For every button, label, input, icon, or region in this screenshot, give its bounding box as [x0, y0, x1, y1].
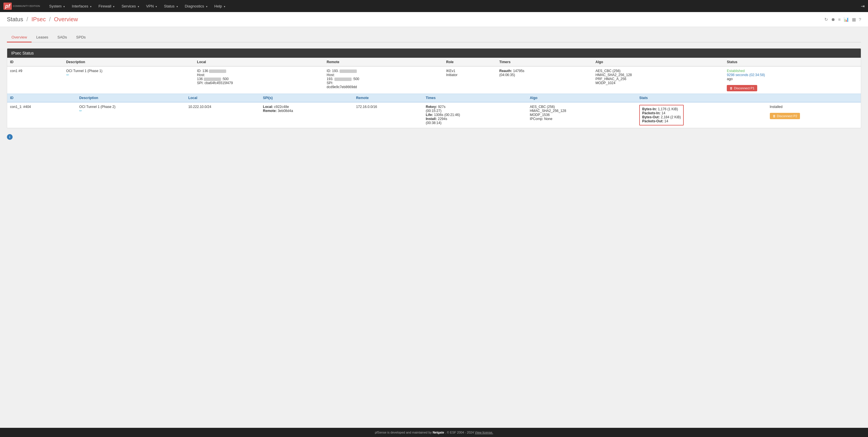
p1-remote-id-masked [340, 69, 357, 73]
nav-item-interfaces[interactable]: Interfaces ▾ [68, 1, 95, 12]
ipsec-status-panel: IPsec Status ID Description Local Remote… [7, 48, 861, 128]
p1-timers: Reauth: 14795s (04:06:35) [496, 66, 592, 94]
tab-sads[interactable]: SADs [53, 33, 71, 42]
p1-local-id-label: ID: 136 [197, 69, 208, 73]
nav-item-vpn[interactable]: VPN ▾ [143, 1, 160, 12]
stats-highlight-box: Bytes-In: 1,176 (1 KiB) Packets-In: 14 B… [639, 105, 684, 125]
p2-install-value: 2294s [438, 117, 447, 121]
p1-remote-port: :500 [352, 77, 359, 81]
refresh-icon[interactable]: ↻ [825, 17, 828, 22]
p2-col-stats: Stats [637, 94, 767, 102]
nav-item-diagnostics[interactable]: Diagnostics ▾ [181, 1, 211, 12]
p2-spi-local-label: Local: [263, 105, 273, 109]
bytes-in: Bytes-In: 1,176 (1 KiB) [642, 107, 681, 111]
filter-icon[interactable]: ≡ [838, 17, 841, 22]
nav-menu: System ▾ Interfaces ▾ Firewall ▾ Service… [45, 1, 229, 12]
p1-col-algo: Algo [593, 58, 724, 67]
p1-col-remote: Remote [324, 58, 443, 67]
disconnect-p1-button[interactable]: 🗑 Disconnect P1 [727, 85, 757, 91]
tab-leases[interactable]: Leases [32, 33, 53, 42]
p1-algo1: AES_CBC (256) [596, 69, 621, 73]
p2-rekey-label: Rekey: [426, 105, 437, 109]
p1-remote-ip-masked [334, 77, 352, 81]
table-icon[interactable]: ▦ [852, 17, 856, 22]
p1-col-desc: Description [63, 58, 194, 67]
navbar: pf COMMUNITY EDITION System ▾ Interfaces… [0, 0, 868, 12]
p1-local: ID: 136 Host: 136 :500 SPI: cba64fc45515… [194, 66, 324, 94]
nav-item-firewall[interactable]: Firewall ▾ [95, 1, 118, 12]
p2-rekey-sub: (00:15:27) [426, 109, 441, 113]
p2-col-algo: Algo [527, 94, 637, 102]
trash-icon: 🗑 [730, 87, 733, 90]
p1-algo3: PRF_HMAC_A_256 [596, 77, 626, 81]
p1-local-spi-label: SPI: [197, 81, 204, 85]
help-icon[interactable]: ? [859, 17, 861, 22]
p1-local-port: :500 [222, 77, 228, 81]
p1-col-local: Local [194, 58, 324, 67]
p1-algo: AES_CBC (256) HMAC_SHA2_256_128 PRF_HMAC… [593, 66, 724, 94]
disconnect-p2-button[interactable]: 🗑 Disconnect P2 [770, 113, 800, 119]
info-icon[interactable]: i [7, 134, 12, 140]
trash-p2-icon: 🗑 [773, 114, 776, 118]
nav-item-services[interactable]: Services ▾ [118, 1, 143, 12]
p2-algo4: IPComp: None [530, 117, 553, 121]
p1-remote-id: ID: 193. [327, 69, 339, 73]
p1-status-time: 9298 seconds (02:34:58) [727, 73, 858, 77]
p2-col-remote: Remote [353, 94, 423, 102]
p2-spi: Local: c922c48e Remote: 3eb08d4a [260, 102, 353, 128]
p1-id: con1 #9 [7, 66, 63, 94]
panel-title: IPsec Status [7, 49, 861, 58]
brand-logo: pf COMMUNITY EDITION [3, 3, 40, 10]
p2-description: OCI Tunnel 1 (Phase 2) ✏ [76, 102, 185, 128]
p1-timers-value: 14795s [513, 69, 524, 73]
p1-role-type: IKEv1 [446, 69, 455, 73]
p2-table-header: ID Description Local SPI(s) Remote Times… [7, 94, 861, 102]
p2-action: Installed 🗑 Disconnect P2 [767, 102, 861, 128]
tab-spds[interactable]: SPDs [71, 33, 90, 42]
p1-status-ago: ago [727, 77, 858, 81]
p1-edit-icon[interactable]: ✏ [66, 73, 69, 77]
record-icon[interactable]: ⏺ [831, 17, 835, 22]
breadcrumb-sep1: / [26, 16, 30, 22]
p1-remote-spi-label: SPI: [327, 81, 333, 85]
p2-stats: Bytes-In: 1,176 (1 KiB) Packets-In: 14 B… [637, 102, 767, 128]
tabs: Overview Leases SADs SPDs [7, 33, 861, 42]
p1-role-sub: Initiator [446, 73, 457, 77]
p1-local-host-label: Host: [197, 73, 205, 77]
p2-local: 10.222.10.0/24 [185, 102, 260, 128]
p2-id: con1_1: #404 [7, 102, 76, 128]
p2-life-label: Life: [426, 113, 433, 117]
p2-edit-icon[interactable]: ✏ [79, 109, 82, 113]
p2-table: ID Description Local SPI(s) Remote Times… [7, 94, 861, 128]
p2-col-id: ID [7, 94, 76, 102]
nav-item-help[interactable]: Help ▾ [211, 1, 229, 12]
p1-algo4: MODP_1024 [596, 81, 615, 85]
p1-timers-sub: (04:06:35) [499, 73, 515, 77]
tab-overview[interactable]: Overview [7, 33, 32, 42]
p2-col-action [767, 94, 861, 102]
packets-out: Packets-Out: 14 [642, 119, 681, 123]
breadcrumb-current[interactable]: Overview [54, 16, 78, 22]
p1-remote-spi: dcd9e9c7eb8669dd [327, 85, 357, 89]
p2-col-local: Local [185, 94, 260, 102]
logout-icon[interactable]: ⇥ [861, 3, 865, 9]
nav-item-system[interactable]: System ▾ [45, 1, 68, 12]
p1-role: IKEv1 Initiator [443, 66, 496, 94]
p2-table-row: con1_1: #404 OCI Tunnel 1 (Phase 2) ✏ 10… [7, 102, 861, 128]
p2-remote: 172.16.0.0/16 [353, 102, 423, 128]
p2-algo: AES_CBC (256) HMAC_SHA2_256_128 MODP_153… [527, 102, 637, 128]
p1-col-timers: Timers [496, 58, 592, 67]
breadcrumb-parent[interactable]: IPsec [31, 16, 45, 22]
p2-col-spi: SPI(s) [260, 94, 353, 102]
p2-spi-remote-label: Remote: [263, 109, 277, 113]
p2-algo2: HMAC_SHA2_256_128 [530, 109, 566, 113]
header-icons: ↻ ⏺ ≡ 📊 ▦ ? [825, 17, 861, 22]
p2-col-desc: Description [76, 94, 185, 102]
packets-in: Packets-In: 14 [642, 111, 681, 115]
p1-remote-ip: 193. [327, 77, 333, 81]
p2-install-sub: (00:38:14) [426, 121, 441, 125]
nav-item-status[interactable]: Status ▾ [160, 1, 181, 12]
p1-status: Established 9298 seconds (02:34:58) ago … [724, 66, 861, 94]
chart-icon[interactable]: 📊 [844, 17, 849, 22]
p2-algo1: AES_CBC (256) [530, 105, 555, 109]
